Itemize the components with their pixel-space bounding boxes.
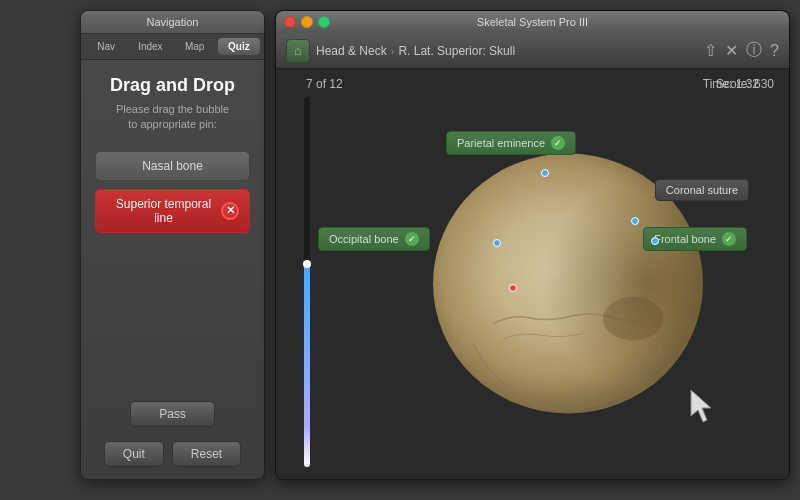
main-content: 7 of 12 Time: 1:32 Score: 630 [276,69,789,479]
window-controls [284,16,330,28]
progress-dot [303,260,311,268]
tab-quiz[interactable]: Quiz [218,38,260,55]
tab-index[interactable]: Index [129,38,171,55]
pin-coronal [631,217,639,225]
main-toolbar: ⌂ Head & Neck › R. Lat. Superior: Skull … [276,33,789,69]
breadcrumb: Head & Neck › R. Lat. Superior: Skull [316,44,698,58]
bottom-buttons: Quit Reset [104,441,241,467]
score-label: Score: 630 [716,77,774,91]
toolbar-icons: ⇧ ✕ ⓘ ? [704,40,779,61]
nav-title: Navigation [81,11,264,34]
pin-frontal [651,237,659,245]
breadcrumb-section: Head & Neck [316,44,387,58]
check-frontal: ✓ [722,232,736,246]
cursor [689,388,719,424]
progress-bar [304,97,310,467]
label-coronal-suture: Coronal suture [655,179,749,201]
quit-button[interactable]: Quit [104,441,164,467]
reset-button[interactable]: Reset [172,441,241,467]
pin-occipital [493,239,501,247]
info-icon[interactable]: ⓘ [746,40,762,61]
svg-point-2 [603,297,663,341]
home-button[interactable]: ⌂ [286,39,310,63]
close-button[interactable] [284,16,296,28]
svg-marker-3 [691,390,711,422]
main-titlebar: Skeletal System Pro III [276,11,789,33]
pass-button[interactable]: Pass [130,401,215,427]
minimize-button[interactable] [301,16,313,28]
pin-extra [509,284,517,292]
nav-bottom: Pass Quit Reset [81,401,264,467]
progress-fill [304,264,310,468]
nav-content: Drag and Drop Please drag the bubbleto a… [81,60,264,256]
progress-label: 7 of 12 [306,77,343,91]
maximize-button[interactable] [318,16,330,28]
check-occipital: ✓ [405,232,419,246]
label-parietal-eminence: Parietal eminence ✓ [446,131,576,155]
nav-panel: Navigation Nav Index Map Quiz Drag and D… [80,10,265,480]
nav-tabs: Nav Index Map Quiz [81,34,264,60]
pin-parietal [541,169,549,177]
hud-info: 7 of 12 Time: 1:32 [276,77,789,91]
label-occipital-bone: Occipital bone ✓ [318,227,430,251]
answer-nasal-bone[interactable]: Nasal bone [95,151,250,181]
tools-icon[interactable]: ✕ [725,41,738,60]
tab-map[interactable]: Map [174,38,216,55]
window-title: Skeletal System Pro III [477,16,588,28]
wrong-icon: ✕ [221,202,239,220]
breadcrumb-subsection: R. Lat. Superior: Skull [398,44,515,58]
check-parietal: ✓ [551,136,565,150]
quiz-heading: Drag and Drop [110,75,235,96]
help-icon[interactable]: ? [770,42,779,60]
answer-superior-temporal-line[interactable]: Superior temporal line ✕ [95,189,250,233]
tab-nav[interactable]: Nav [85,38,127,55]
quiz-subtext: Please drag the bubbleto appropriate pin… [116,102,229,133]
share-icon[interactable]: ⇧ [704,41,717,60]
breadcrumb-sep1: › [391,45,395,57]
main-panel: Skeletal System Pro III ⌂ Head & Neck › … [275,10,790,480]
